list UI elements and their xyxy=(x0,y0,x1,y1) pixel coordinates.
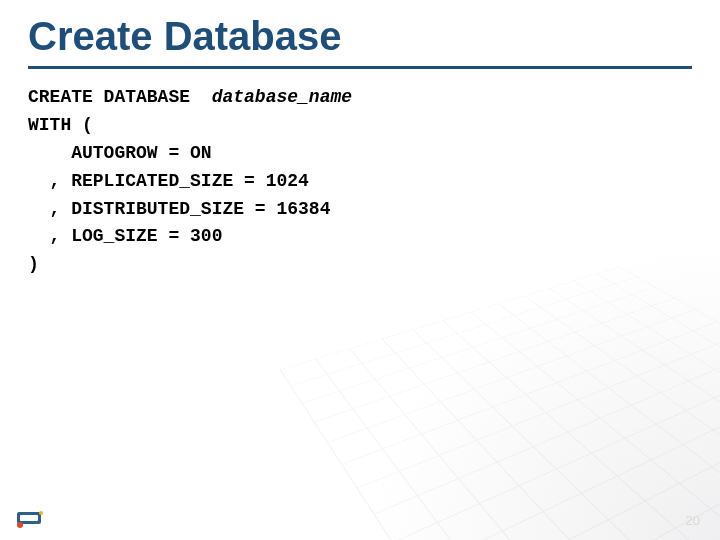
code-line-2: WITH ( xyxy=(28,115,93,135)
background-gradient xyxy=(340,220,720,540)
code-line-5: , DISTRIBUTED_SIZE = 16384 xyxy=(28,199,330,219)
svg-point-3 xyxy=(39,511,43,515)
code-block: CREATE DATABASE database_name WITH ( AUT… xyxy=(28,84,352,279)
code-line-6: , LOG_SIZE = 300 xyxy=(28,226,222,246)
code-line-1-keyword: CREATE DATABASE xyxy=(28,87,212,107)
background-grid xyxy=(280,266,720,540)
code-line-7: ) xyxy=(28,254,39,274)
code-line-4: , REPLICATED_SIZE = 1024 xyxy=(28,171,309,191)
title-underline xyxy=(28,66,692,69)
page-title: Create Database xyxy=(28,14,342,59)
page-number: 20 xyxy=(686,513,700,528)
slide-logo-icon xyxy=(14,508,48,530)
code-line-3: AUTOGROW = ON xyxy=(28,143,212,163)
code-line-1-ident: database_name xyxy=(212,87,352,107)
slide: Create Database CREATE DATABASE database… xyxy=(0,0,720,540)
svg-point-2 xyxy=(17,522,23,528)
svg-rect-1 xyxy=(20,515,38,521)
